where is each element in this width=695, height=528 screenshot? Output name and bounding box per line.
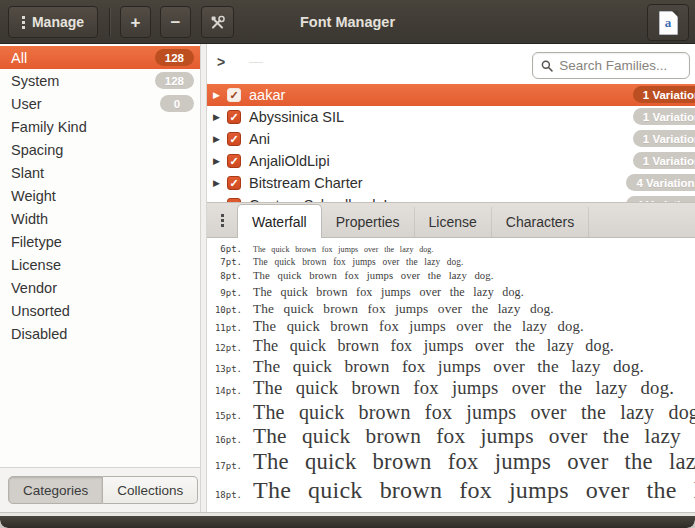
waterfall-size-label: 6pt. [214,244,242,254]
waterfall-line: 13pt.The quick brown fox jumps over the … [214,356,695,377]
waterfall-size-label: 12pt. [214,343,242,353]
header-bar: Manage + − Font Manager a [0,0,695,44]
checkbox[interactable]: ✓ [227,154,241,168]
variations-badge: 1 Variation [633,152,695,169]
sidebar-item-spacing[interactable]: Spacing [0,138,200,161]
tab-characters[interactable]: Characters [492,207,589,237]
tab-waterfall[interactable]: Waterfall [237,204,322,238]
toolbar-separator [109,8,110,36]
checkmark-icon: ✓ [229,156,238,167]
font-family-row[interactable]: ▶✓aakar1 Variation [207,84,695,106]
waterfall-line: 16pt.The quick brown fox jumps over the … [214,424,695,449]
preview-pane: WaterfallPropertiesLicenseCharacters 6pt… [207,202,695,512]
preview-menu-button[interactable] [207,203,237,238]
sidebar-item-user[interactable]: User0 [0,92,200,115]
minus-icon: − [171,14,181,31]
checkmark-icon: ✓ [229,90,238,101]
waterfall-size-label: 16pt. [214,435,242,445]
sidebar-item-disabled[interactable]: Disabled [0,322,200,345]
waterfall-line: 7pt.The quick brown fox jumps over the l… [214,256,695,269]
waterfall-sample-text: The quick brown fox jumps over the lazy … [253,377,674,400]
sidebar-item-system[interactable]: System128 [0,69,200,92]
font-family-name: Ani [249,131,270,147]
sidebar-item-license[interactable]: License [0,253,200,276]
waterfall-size-label: 18pt. [214,490,242,500]
search-box [532,52,690,79]
sidebar-item-label: Disabled [11,326,67,342]
search-input[interactable] [559,58,681,73]
waterfall-size-label: 7pt. [214,257,242,267]
font-glyph: a [665,16,672,29]
checkbox[interactable]: ✓ [227,132,241,146]
pane-separator[interactable] [200,44,207,512]
checkbox[interactable]: ✓ [227,176,241,190]
menu-dots-icon [22,16,25,29]
window-title: Font Manager [0,0,695,44]
sidebar-item-label: License [11,257,61,273]
font-family-row[interactable]: ▶✓Abyssinica SIL1 Variation [207,106,695,128]
font-file-button[interactable]: a [647,4,689,41]
sidebar-item-slant[interactable]: Slant [0,161,200,184]
waterfall-line: 9pt.The quick brown fox jumps over the l… [214,284,695,300]
font-manager-window: Manage + − Font Manager a All128System1 [0,0,695,528]
sidebar-item-label: Unsorted [11,303,70,319]
expander-icon[interactable]: ▶ [213,178,227,188]
font-family-row[interactable]: ▶✓Ani1 Variation [207,128,695,150]
preferences-button[interactable] [201,6,234,38]
waterfall-line: 17pt.The quick brown fox jumps over the … [214,449,695,476]
expand-all-icon[interactable]: > [217,54,225,70]
checkbox[interactable]: ✓ [227,110,241,124]
tab-properties[interactable]: Properties [322,207,415,237]
waterfall-sample-text: The quick brown fox jumps over the lazy … [253,356,644,377]
preview-tab-bar: WaterfallPropertiesLicenseCharacters [207,203,695,238]
sidebar-item-weight[interactable]: Weight [0,184,200,207]
waterfall-size-label: 13pt. [214,364,242,374]
expander-icon[interactable]: ▶ [213,112,227,122]
manage-label: Manage [32,14,84,30]
count-badge: 128 [155,72,194,89]
right-pane: > — ▶✓aakar1 Variation▶✓Abyssinica SIL1 … [207,44,695,512]
remove-fonts-button[interactable]: − [160,6,191,38]
tab-categories[interactable]: Categories [8,476,103,504]
waterfall-line: 12pt.The quick brown fox jumps over the … [214,336,695,356]
font-family-row[interactable]: ▶✓AnjaliOldLipi1 Variation [207,150,695,172]
sidebar-item-filetype[interactable]: Filetype [0,230,200,253]
font-file-icon: a [659,11,678,35]
expander-icon[interactable]: ▶ [213,134,227,144]
waterfall-sample-text: The quick brown fox jumps over the lazy … [253,424,695,449]
checkbox[interactable]: ✓ [227,88,241,102]
waterfall-sample-text: The quick brown fox jumps over the lazy … [253,336,614,356]
sidebar-footer: CategoriesCollections [0,467,200,512]
sidebar-item-all[interactable]: All128 [0,46,200,69]
tools-icon [209,14,226,31]
sidebar-item-vendor[interactable]: Vendor [0,276,200,299]
font-family-row[interactable]: ▶✓Century Schoolbook L4 Variations [207,194,695,202]
variations-badge: 1 Variation [633,130,695,147]
tab-collections[interactable]: Collections [103,476,198,504]
expander-icon[interactable]: ▶ [213,90,227,100]
sidebar-item-label: System [11,73,59,89]
sidebar-item-label: Vendor [11,280,57,296]
count-badge: 128 [155,49,194,66]
expander-icon[interactable]: ▶ [213,156,227,166]
sidebar-item-width[interactable]: Width [0,207,200,230]
variations-badge: 4 Variations [626,174,695,191]
waterfall-sample-text: The quick brown fox jumps over the lazy … [253,400,695,424]
waterfall-line: 15pt.The quick brown fox jumps over the … [214,400,695,424]
sidebar-item-family-kind[interactable]: Family Kind [0,115,200,138]
font-family-list: ▶✓aakar1 Variation▶✓Abyssinica SIL1 Vari… [207,84,695,202]
sidebar-item-label: Spacing [11,142,63,158]
font-family-row[interactable]: ▶✓Bitstream Charter4 Variations [207,172,695,194]
count-badge: 0 [160,95,194,112]
waterfall-sample-text: The quick brown fox jumps over the lazy … [253,476,695,504]
add-fonts-button[interactable]: + [120,6,151,38]
sidebar-item-label: Slant [11,165,44,181]
sidebar-item-unsorted[interactable]: Unsorted [0,299,200,322]
waterfall-sample-text: The quick brown fox jumps over the lazy … [253,449,695,476]
waterfall-size-label: 14pt. [214,386,242,396]
tab-license[interactable]: License [415,207,492,237]
waterfall-size-label: 10pt. [214,305,242,315]
font-list-header: > — [207,44,695,84]
manage-button[interactable]: Manage [8,6,98,38]
sidebar-mode-switch: CategoriesCollections [8,476,198,504]
